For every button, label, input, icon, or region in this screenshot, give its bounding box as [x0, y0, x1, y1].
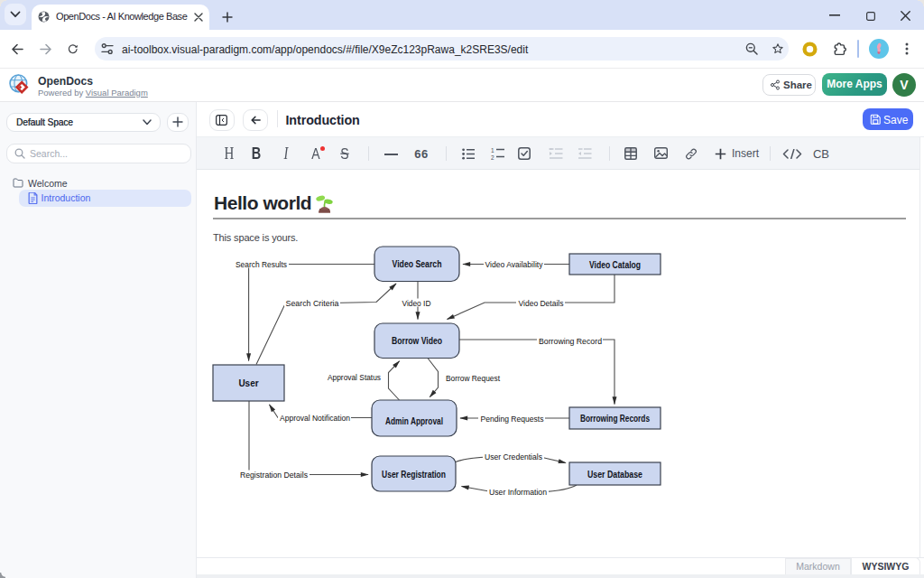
svg-text:Borrowing Records: Borrowing Records [580, 414, 650, 424]
svg-text:1: 1 [491, 147, 494, 154]
svg-text:User Information: User Information [489, 488, 547, 497]
svg-text:Approval Notification: Approval Notification [280, 414, 350, 423]
svg-text:Borrow Video: Borrow Video [392, 336, 442, 346]
svg-text:Borrow Request: Borrow Request [446, 374, 501, 383]
svg-text:Approval Status: Approval Status [328, 373, 382, 382]
svg-text:Admin Approval: Admin Approval [385, 416, 443, 426]
svg-text:User: User [238, 378, 258, 388]
svg-text:Search Criteria: Search Criteria [286, 299, 339, 308]
svg-text:Video Availability: Video Availability [485, 260, 544, 269]
svg-text:Video Catalog: Video Catalog [589, 260, 641, 270]
svg-text:Video Details: Video Details [519, 299, 565, 308]
svg-text:Video ID: Video ID [402, 299, 431, 308]
svg-text:Registration Details: Registration Details [240, 471, 309, 480]
svg-text:User Registration: User Registration [382, 470, 446, 480]
svg-text:User Credentials: User Credentials [485, 452, 543, 461]
svg-text:Pending Requests: Pending Requests [481, 415, 545, 424]
svg-text:User Database: User Database [587, 470, 642, 480]
svg-text:Borrowing Record: Borrowing Record [539, 337, 602, 346]
svg-text:2: 2 [491, 154, 494, 161]
svg-text:Search Results: Search Results [236, 260, 288, 269]
svg-text:Video Search: Video Search [393, 259, 442, 269]
